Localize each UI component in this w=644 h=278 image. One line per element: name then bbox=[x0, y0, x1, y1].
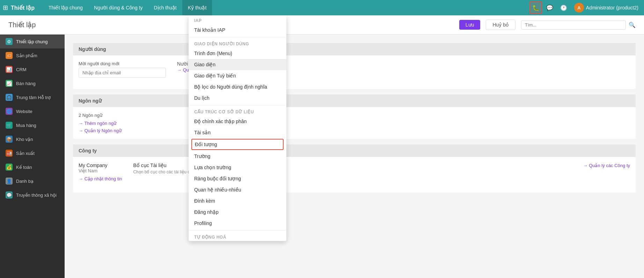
sidebar-item-thietlapcung[interactable]: ⚙ Thiết lập chung bbox=[0, 35, 65, 48]
accounting-icon: 💰 bbox=[6, 164, 13, 171]
menu-item-dangnhap[interactable]: Đăng nhập bbox=[189, 206, 286, 218]
menu-item-luachontruong[interactable]: Lựa chọn trường bbox=[189, 162, 286, 173]
nav-item-nguoidung[interactable]: Người dùng & Công ty bbox=[88, 0, 148, 15]
crm-icon: 📊 bbox=[6, 66, 13, 73]
menu-item-bộlọc[interactable]: Bộ lọc do Người dùng định nghĩa bbox=[189, 81, 286, 92]
iap-section-label: IAP bbox=[189, 15, 286, 24]
sidebar-item-sanpham[interactable]: 🏷 Sản phẩm bbox=[0, 48, 65, 62]
companies-link[interactable]: Quản lý các Công ty bbox=[583, 163, 630, 168]
sidebar-item-hotro[interactable]: 🎧 Trung tâm Hỗ trợ bbox=[0, 90, 65, 104]
sidebar-item-banhang[interactable]: 📈 Bán hàng bbox=[0, 76, 65, 90]
menu-item-giaodientuybian[interactable]: Giao diện Tuỳ biến bbox=[189, 70, 286, 81]
company-info: My Company Việt Nam Cập nhật thông tin bbox=[79, 163, 122, 181]
main-layout: ⚙ Thiết lập chung 🏷 Sản phẩm 📊 CRM 📈 Bán… bbox=[0, 35, 644, 278]
sidebar-label-crm: CRM bbox=[16, 67, 27, 72]
dropdown-menu: IAP Tài khoản IAP Giao diện Người dùng T… bbox=[189, 15, 286, 241]
search-bar-container: 🔍 bbox=[521, 20, 636, 30]
sidebar-label-muahang: Mua hàng bbox=[16, 123, 36, 128]
section-header-ngonngu: Ngôn ngữ bbox=[73, 95, 636, 107]
menu-item-truong[interactable]: Trường bbox=[189, 151, 286, 162]
email-field[interactable] bbox=[79, 68, 166, 78]
save-button[interactable]: Lưu bbox=[459, 20, 481, 30]
company-country: Việt Nam bbox=[79, 168, 122, 173]
sidebar-item-social[interactable]: 💬 Truyền thông xã hội bbox=[0, 188, 65, 202]
bug-icon-btn[interactable]: 🐛 bbox=[529, 1, 542, 14]
nav-items: Thiết lập chung Người dùng & Công ty Dịc… bbox=[43, 0, 212, 15]
menu-item-profiling[interactable]: Profiling bbox=[189, 218, 286, 229]
sidebar-label-thietlapcung: Thiết lập chung bbox=[16, 39, 47, 44]
menu-item-giaodien[interactable]: Giao diện bbox=[189, 59, 286, 70]
sidebar-label-sanpham: Sản phẩm bbox=[16, 53, 37, 58]
section-header-congty: Công ty bbox=[73, 144, 636, 157]
manufacturing-icon: 🏭 bbox=[6, 150, 13, 157]
settings-icon: ⚙ bbox=[6, 38, 13, 45]
social-icon: 💬 bbox=[6, 191, 13, 198]
sidebar-label-sanxuat: Sản xuất bbox=[16, 151, 35, 156]
warehouse-icon: 📦 bbox=[6, 136, 13, 143]
nav-right: 🐛 💬 🕐 A Administrator (product2) bbox=[529, 1, 641, 14]
menu-item-trinhddon[interactable]: Trình đơn (Menu) bbox=[189, 48, 286, 59]
section-content-nguoidung: Mời người dùng mới Nười dùng đang hoạt đ… bbox=[73, 55, 636, 89]
section-ngonngu: Ngôn ngữ 2 Ngôn ngữ Thêm ngôn ngữ Quản l… bbox=[73, 95, 636, 139]
section-header-nguoidung: Người dùng bbox=[73, 43, 636, 55]
add-language-link[interactable]: Thêm ngôn ngữ bbox=[79, 121, 630, 126]
divider-2 bbox=[189, 105, 286, 105]
clock-icon-btn[interactable]: 🕐 bbox=[557, 1, 570, 14]
cancel-button[interactable]: Huỷ bỏ bbox=[486, 20, 515, 30]
menu-item-dochinhxac[interactable]: Độ chính xác thập phân bbox=[189, 116, 286, 127]
divider-3 bbox=[189, 230, 286, 231]
user-badge[interactable]: A Administrator (product2) bbox=[571, 1, 641, 14]
app-title: Thiết lập bbox=[11, 5, 35, 11]
menu-item-quanhe[interactable]: Quan hệ nhiều-nhiều bbox=[189, 184, 286, 195]
nav-item-dichtuat[interactable]: Dịch thuật bbox=[148, 0, 182, 15]
grid-icon[interactable]: ⊞ bbox=[3, 4, 8, 12]
lang-count: 2 Ngôn ngữ bbox=[79, 113, 630, 118]
nav-item-thietlapcung[interactable]: Thiết lập chung bbox=[43, 0, 88, 15]
menu-item-doituong[interactable]: Đối tượng bbox=[191, 139, 284, 150]
contacts-icon: 👤 bbox=[6, 178, 13, 185]
manage-language-link[interactable]: Quản lý Ngôn ngữ bbox=[79, 128, 630, 133]
user-label: Administrator (product2) bbox=[586, 5, 638, 10]
update-info-link[interactable]: Cập nhật thông tin bbox=[79, 176, 122, 181]
company-row: My Company Việt Nam Cập nhật thông tin B… bbox=[79, 163, 630, 181]
form-group-invite: Mời người dùng mới bbox=[79, 61, 166, 78]
section-nguoidung: Người dùng Mời người dùng mới Nười dùng … bbox=[73, 43, 636, 89]
companies-link-area: Quản lý các Công ty bbox=[583, 163, 630, 168]
auto-section-label: Tự động hoá bbox=[189, 232, 286, 241]
sidebar-label-danhba: Danh bạ bbox=[16, 179, 34, 184]
sidebar-item-muahang[interactable]: 🛒 Mua hàng bbox=[0, 118, 65, 132]
chat-icon-btn[interactable]: 💬 bbox=[543, 1, 556, 14]
divider-1 bbox=[189, 37, 286, 37]
sidebar-item-khovan[interactable]: 📦 Kho vận bbox=[0, 132, 65, 146]
user-avatar: A bbox=[574, 3, 584, 13]
top-nav: ⊞ Thiết lập Thiết lập chung Người dùng &… bbox=[0, 0, 644, 15]
sidebar: ⚙ Thiết lập chung 🏷 Sản phẩm 📊 CRM 📈 Bán… bbox=[0, 35, 65, 278]
website-icon: 🌐 bbox=[6, 108, 13, 115]
subheader: Thiết lập Lưu Huỷ bỏ 🔍 bbox=[0, 15, 644, 35]
sidebar-label-ketoan: Kế toán bbox=[16, 165, 32, 170]
sidebar-item-danhba[interactable]: 👤 Danh bạ bbox=[0, 174, 65, 188]
search-icon: 🔍 bbox=[629, 22, 636, 28]
menu-item-taikhoaniap[interactable]: Tài khoản IAP bbox=[189, 24, 286, 36]
sales-icon: 📈 bbox=[6, 80, 13, 87]
form-row-invite: Mời người dùng mới Nười dùng đang hoạt đ… bbox=[79, 61, 630, 78]
sidebar-item-website[interactable]: 🌐 Website bbox=[0, 104, 65, 118]
sidebar-item-ketoan[interactable]: 💰 Kế toán bbox=[0, 160, 65, 174]
nav-left: ⊞ Thiết lập Thiết lập chung Người dùng &… bbox=[3, 0, 212, 15]
product-icon: 🏷 bbox=[6, 52, 13, 59]
menu-item-rangbuoc[interactable]: Ràng buộc đối tượng bbox=[189, 173, 286, 184]
section-content-congty: My Company Việt Nam Cập nhật thông tin B… bbox=[73, 157, 636, 193]
nav-item-kythuat[interactable]: Kỹ thuật bbox=[182, 0, 212, 15]
sidebar-item-sanxuat[interactable]: 🏭 Sản xuất bbox=[0, 146, 65, 160]
support-icon: 🎧 bbox=[6, 94, 13, 101]
sidebar-label-banhang: Bán hàng bbox=[16, 81, 36, 86]
menu-item-taisan[interactable]: Tài sản bbox=[189, 127, 286, 138]
menu-item-dinhkem[interactable]: Đính kèm bbox=[189, 195, 286, 206]
menu-item-doituong-wrapper: Đối tượng bbox=[189, 138, 286, 151]
search-input[interactable] bbox=[521, 20, 626, 30]
sidebar-item-crm[interactable]: 📊 CRM bbox=[0, 62, 65, 76]
ui-section-label: Giao diện Người dùng bbox=[189, 39, 286, 48]
content-area: Người dùng Mời người dùng mới Nười dùng … bbox=[65, 35, 644, 278]
menu-item-dulich[interactable]: Du lịch bbox=[189, 92, 286, 104]
company-name: My Company bbox=[79, 163, 122, 168]
